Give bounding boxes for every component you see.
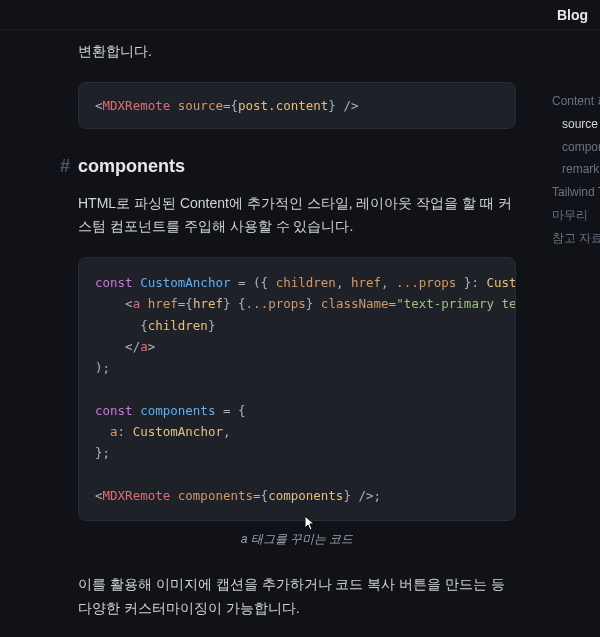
code-token: CustomAnchorProps (486, 275, 516, 290)
code-token: = (389, 296, 397, 311)
table-of-contents: Content 파 source compon remark, Tailwind… (552, 90, 600, 250)
code-token: href (193, 296, 223, 311)
code-token: components (178, 488, 253, 503)
code-token: a (140, 339, 148, 354)
code-token: ); (95, 360, 110, 375)
code-token: } (328, 98, 336, 113)
toc-item-conclusion[interactable]: 마무리 (552, 204, 600, 227)
toc-item-references[interactable]: 참고 자료 (552, 227, 600, 250)
code-token: : (471, 275, 486, 290)
code-token (231, 296, 239, 311)
code-caption: a 태그를 꾸미는 코드 (78, 529, 516, 549)
code-token: ...props (396, 275, 456, 290)
toc-item-source[interactable]: source (552, 113, 600, 136)
code-token: CustomAnchor (133, 275, 231, 290)
article-content: 변환합니다. <MDXRemote source={post.content} … (0, 30, 536, 637)
code-token: source (170, 98, 223, 113)
code-token: { (238, 403, 246, 418)
customizing-paragraph: 이를 활용해 이미지에 캡션을 추가하거나 코드 복사 버튼을 만드는 등 다양… (78, 573, 516, 621)
code-block-custom-anchor: const CustomAnchor = ({ children, href, … (78, 257, 516, 521)
code-token (95, 318, 140, 333)
code-token: MDXRemote (103, 98, 171, 113)
code-token: className (321, 296, 389, 311)
code-token: CustomAnchor (133, 424, 223, 439)
code-token: const (95, 403, 133, 418)
components-paragraph: HTML로 파싱된 Content에 추가적인 스타일, 레이아웃 작업을 할 … (78, 192, 516, 240)
nav-blog-link[interactable]: Blog (557, 7, 588, 23)
code-token: , (336, 275, 351, 290)
code-token: } (343, 488, 351, 503)
code-token (95, 296, 125, 311)
code-token: , (381, 275, 396, 290)
code-token: { (238, 296, 246, 311)
code-token: = (230, 275, 253, 290)
code-token: } (223, 296, 231, 311)
code-token: = (215, 403, 238, 418)
code-token: }; (95, 445, 110, 460)
code-token: < (125, 296, 133, 311)
code-token: components (133, 403, 216, 418)
code-token (170, 488, 178, 503)
code-token: "text-primary text-sm break-keep" (396, 296, 516, 311)
toc-item-content[interactable]: Content 파 (552, 90, 600, 113)
code-token: components (268, 488, 343, 503)
code-token: /> (336, 98, 359, 113)
code-token: } (208, 318, 216, 333)
code-token: /> (351, 488, 374, 503)
code-token (140, 296, 148, 311)
code-token: MDXRemote (103, 488, 171, 503)
code-token: = (253, 488, 261, 503)
topbar: Blog (0, 0, 600, 30)
code-token: { (261, 488, 269, 503)
hash-icon: # (60, 151, 70, 182)
code-token: href (148, 296, 178, 311)
code-token: { (261, 275, 276, 290)
code-token: a (110, 424, 118, 439)
code-token: ; (374, 488, 382, 503)
heading-title: components (78, 151, 185, 182)
code-block-mdxremote-source: <MDXRemote source={post.content} /> (78, 82, 516, 129)
code-token: , (223, 424, 231, 439)
toc-item-tailwind[interactable]: Tailwind T (552, 181, 600, 204)
intro-paragraph-tail: 변환합니다. (78, 40, 516, 64)
code-token: ( (253, 275, 261, 290)
code-token (95, 424, 110, 439)
heading-components: # components (78, 151, 516, 182)
code-token (95, 339, 125, 354)
toc-item-remark[interactable]: remark, (552, 158, 600, 181)
code-token: const (95, 275, 133, 290)
code-token: > (148, 339, 156, 354)
code-token: children (276, 275, 336, 290)
code-token: } (456, 275, 471, 290)
code-token: ...props (246, 296, 306, 311)
code-token (313, 296, 321, 311)
code-token: { (230, 98, 238, 113)
code-token: href (351, 275, 381, 290)
code-token: : (118, 424, 133, 439)
code-token: < (95, 98, 103, 113)
code-token: </ (125, 339, 140, 354)
toc-item-components[interactable]: compon (552, 136, 600, 159)
code-token: { (185, 296, 193, 311)
code-token: children (148, 318, 208, 333)
code-token: < (95, 488, 103, 503)
code-token: post.content (238, 98, 328, 113)
code-token: { (140, 318, 148, 333)
